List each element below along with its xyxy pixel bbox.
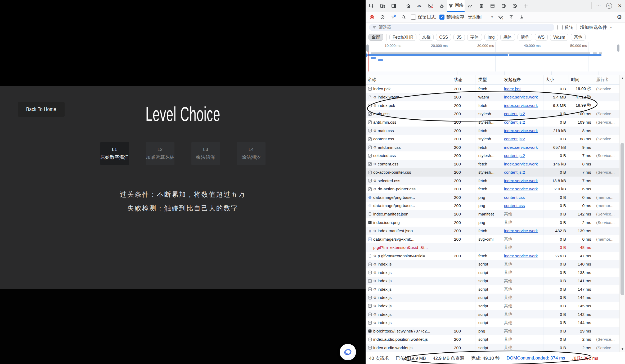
clear-network-log-button[interactable]	[379, 14, 386, 21]
network-conditions-icon[interactable]: ⚙	[497, 14, 504, 21]
request-init[interactable]: index.service.work	[504, 187, 538, 191]
request-row-selected.css[interactable]: selected.css200stylesh...content.js:20 B…	[366, 151, 619, 160]
level-button-l4[interactable]: L4除法潮汐	[237, 142, 266, 165]
tab-home[interactable]	[403, 0, 414, 12]
request-row-index.js[interactable]: <>⚙index.jsscript其他0 B140 ms	[366, 260, 619, 268]
tab-web[interactable]	[498, 0, 509, 12]
extension-float-button[interactable]	[340, 344, 356, 360]
tab-performance[interactable]	[465, 0, 476, 12]
request-init[interactable]: index.service.work	[504, 95, 538, 100]
request-row-index.manifest.json[interactable]: {}⚙index.manifest.json200fetchindex.serv…	[366, 227, 619, 235]
checkbox-unchecked[interactable]	[411, 15, 416, 20]
filter-toggle-button[interactable]: ✕	[390, 14, 397, 21]
request-row-selected.css[interactable]: ⚙selected.css200fetchindex.service.work1…	[366, 177, 619, 185]
request-row-antd.min.css[interactable]: ⚙antd.min.css200fetchindex.service.work6…	[366, 143, 619, 152]
request-row-p.gif-tm-extension-usid-t...[interactable]: p.gif?tm=extension&usid=&t...其他0 B48 ms	[366, 243, 619, 252]
level-button-l3[interactable]: L3乘法沼泽	[191, 142, 220, 165]
tab-memory[interactable]	[476, 0, 487, 12]
request-init[interactable]: index.service.work	[504, 103, 538, 108]
request-row-index.pck[interactable]: <>⚙index.pck200fetchindex.service.work9.…	[366, 101, 619, 110]
throttling-dropdown[interactable]: 无限制 ▼	[468, 14, 493, 20]
filter-chip-css[interactable]: CSS	[436, 34, 451, 41]
request-init[interactable]: index.js:2	[504, 87, 521, 91]
request-init[interactable]: content.js:2	[504, 170, 525, 175]
filter-chip-cjk8[interactable]: 清单	[518, 34, 532, 41]
request-row-index.pck[interactable]: <>index.pck200fetchindex.js:20 B19.00 秒(…	[366, 85, 619, 93]
import-har-button[interactable]	[508, 14, 515, 21]
column-header-6[interactable]: 履行者	[594, 75, 619, 84]
tab-application[interactable]	[487, 0, 498, 12]
filter-chip-ws[interactable]: WS	[535, 34, 548, 41]
tab-inspect[interactable]	[366, 0, 377, 12]
request-row-index.manifest.json[interactable]: index.manifest.json200manifest其他0 B142 m…	[366, 210, 619, 218]
request-init[interactable]: index.service.work	[504, 178, 538, 183]
filter-chip-js[interactable]: JS	[453, 34, 465, 41]
chevron-down-icon[interactable]: ▼	[610, 26, 612, 29]
request-row-index.js[interactable]: <>⚙index.jsscript其他0 B138 ms	[366, 268, 619, 277]
scrollbar-thumb[interactable]	[620, 143, 624, 295]
tab-debug[interactable]	[436, 0, 447, 12]
request-row-index.audio.worklet.js[interactable]: <>index.audio.worklet.js200script其他0 B2 …	[366, 344, 619, 352]
tab-add[interactable]	[520, 0, 531, 12]
request-init[interactable]: content.css	[504, 203, 525, 208]
tab-focus-panel[interactable]	[388, 0, 399, 12]
checkbox-checked[interactable]: ✓	[439, 15, 444, 20]
filter-chip-cjk5[interactable]: 字体	[467, 34, 482, 41]
help-button[interactable]: ?	[606, 3, 612, 9]
preserve-log-checkbox[interactable]: 保留日志	[411, 14, 436, 20]
level-button-l1[interactable]: L1原始数字海洋	[100, 142, 129, 165]
request-row-content.css[interactable]: content.css200stylesh...content.js:20 B8…	[366, 135, 619, 143]
request-row-index.audio.position.worklet.js[interactable]: <>index.audio.position.worklet.js200scri…	[366, 335, 619, 344]
request-row-index.wasm[interactable]: ⚙index.wasm200wasmindex.service.work9.4 …	[366, 93, 619, 102]
search-icon[interactable]	[400, 14, 407, 21]
request-row-index.js[interactable]: <>⚙index.jsscript其他0 B147 ms	[366, 285, 619, 294]
request-row-p.gif-tm-extension-usid-...[interactable]: ⚙p.gif?tm=extension&usid=...200fetchinde…	[366, 252, 619, 260]
more-filters-dropdown[interactable]: 增加筛选条件 ▼	[580, 24, 612, 30]
level-button-l2[interactable]: L2加减运算丛林	[146, 142, 174, 165]
request-row-content.css[interactable]: ⚙content.css200fetchindex.service.work14…	[366, 160, 619, 168]
request-row-main.css[interactable]: main.css200stylesh...content.js:20 B100 …	[366, 110, 619, 118]
column-header-5[interactable]: 时间	[569, 75, 594, 84]
request-init[interactable]: index.service.work	[504, 254, 538, 258]
filter-chip-fetchxhr[interactable]: Fetch/XHR	[389, 34, 416, 41]
request-init[interactable]: index.service.work	[504, 162, 538, 167]
request-row-main.css[interactable]: ⚙main.css200fetchindex.service.work219 k…	[366, 127, 619, 135]
filter-chip-wasm[interactable]: Wasm	[550, 34, 568, 41]
request-init[interactable]: content.js:2	[504, 111, 525, 116]
request-row-antd.min.css[interactable]: antd.min.css200stylesh...content.js:20 B…	[366, 118, 619, 127]
request-row-index.icon.png[interactable]: index.icon.png200png其他0 B2 ms(Service...	[366, 218, 619, 227]
filter-chip-cjk11[interactable]: 其他	[571, 34, 586, 41]
filter-chip-all[interactable]: 全部	[368, 34, 383, 41]
scroll-up-icon[interactable]: ▲	[620, 77, 625, 80]
column-header-4[interactable]: 大小	[543, 75, 569, 84]
request-row-do-action-pointer.css[interactable]: ⚙do-action-pointer.css200fetchindex.serv…	[366, 185, 619, 194]
checkbox-unchecked[interactable]	[557, 25, 563, 30]
filter-input[interactable]: 筛选器	[369, 24, 554, 31]
export-har-button[interactable]	[518, 14, 525, 21]
timeline-drag-handle[interactable]	[617, 44, 619, 52]
disable-cache-checkbox[interactable]: ✓ 禁用缓存	[439, 14, 464, 20]
request-row-data-image-svg-xml-...[interactable]: data:image/svg+xml;...200svg+xml其他0 B0 m…	[366, 235, 619, 244]
invert-filter-checkbox[interactable]: 反转	[557, 24, 573, 30]
timeline-drag-handle[interactable]	[366, 44, 369, 52]
filter-chip-img[interactable]: Img	[484, 34, 498, 41]
request-init[interactable]: content.css	[504, 195, 525, 200]
tab-network[interactable]: 网络	[447, 0, 465, 12]
request-init[interactable]: content.js:2	[504, 153, 525, 158]
request-row-index.js[interactable]: <>⚙index.jsscript其他0 B145 ms	[366, 302, 619, 310]
tab-block[interactable]	[509, 0, 520, 12]
request-init[interactable]: index.service.work	[504, 145, 538, 150]
tab-console[interactable]: ✕	[425, 0, 436, 12]
tab-device-emulation[interactable]	[377, 0, 388, 12]
request-row-blob-https-i.scwy.net-7077c2...[interactable]: blob:https://i.scwy.net/7077c2...200png其…	[366, 327, 619, 335]
column-header-3[interactable]: 发起程序	[501, 75, 543, 84]
request-row-index.js[interactable]: <>⚙index.jsscript其他0 B142 ms	[366, 310, 619, 319]
network-overview-timeline[interactable]: 10,000 ms20,000 ms30,000 ms40,000 ms50,0…	[366, 42, 625, 71]
request-row-index.js[interactable]: <>⚙index.jsscript其他0 B141 ms	[366, 277, 619, 285]
request-init[interactable]: index.service.work	[504, 128, 538, 133]
close-button[interactable]: ✕	[614, 0, 625, 12]
record-network-log-button[interactable]	[368, 14, 375, 21]
table-scrollbar[interactable]: ▲ ▼	[619, 75, 625, 352]
request-init[interactable]: content.js:2	[504, 120, 525, 125]
filter-chip-cjk7[interactable]: 媒体	[500, 34, 515, 41]
